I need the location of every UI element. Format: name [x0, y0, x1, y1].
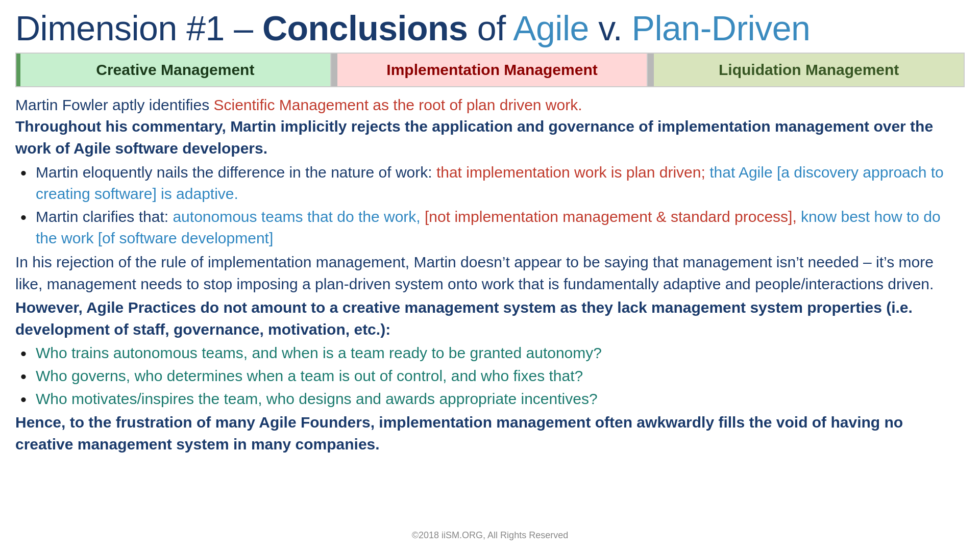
tab-implementation-label: Implementation Management [386, 61, 597, 79]
para1-orange: Scientific Management as the root of pla… [213, 96, 582, 113]
bullet-item-4: Who governs, who determines when a team … [20, 365, 965, 387]
para1-bold: Throughout his commentary, Martin implic… [15, 118, 933, 157]
footer: ©2018 iiSM.ORG, All Rights Reserved [15, 527, 965, 541]
bullet-list-1: Martin eloquently nails the difference i… [15, 162, 965, 249]
tab-creative[interactable]: Creative Management [16, 54, 331, 86]
para3-bold: However, Agile Practices do not amount t… [15, 299, 913, 338]
bullet2-black: Martin clarifies that: [36, 208, 173, 225]
paragraph-3: However, Agile Practices do not amount t… [15, 297, 965, 340]
bullet1-black: Martin eloquently nails the difference i… [36, 164, 436, 181]
title-part1: Dimension #1 – [15, 9, 262, 47]
bullet2-orange: [not implementation management & standar… [425, 208, 801, 225]
page-container: Dimension #1 – Conclusions of Agile v. P… [0, 0, 980, 551]
bullet2-blue1: autonomous teams that do the work, [173, 208, 425, 225]
title-part2: of [468, 9, 513, 47]
paragraph-1: Martin Fowler aptly identifies Scientifi… [15, 94, 965, 160]
tab-implementation[interactable]: Implementation Management [337, 54, 648, 86]
para2-text: In his rejection of the rule of implemen… [15, 254, 934, 292]
bullet-item-1: Martin eloquently nails the difference i… [20, 162, 965, 205]
para4-bold: Hence, to the frustration of many Agile … [15, 414, 903, 453]
bullet-item-2: Martin clarifies that: autonomous teams … [20, 206, 965, 249]
tab-liquidation[interactable]: Liquidation Management [654, 54, 964, 86]
page-title: Dimension #1 – Conclusions of Agile v. P… [15, 9, 965, 47]
bullet-item-3: Who trains autonomous teams, and when is… [20, 342, 965, 364]
title-bold: Conclusions [262, 9, 468, 47]
tab-liquidation-label: Liquidation Management [719, 61, 899, 79]
tab-divider-1 [331, 54, 337, 86]
bullet1-orange: that implementation work is plan driven; [436, 164, 709, 181]
title-blue2: Plan-Driven [632, 9, 811, 47]
bullet-item-5: Who motivates/inspires the team, who des… [20, 388, 965, 410]
tab-divider-2 [648, 54, 654, 86]
paragraph-4: Hence, to the frustration of many Agile … [15, 412, 965, 455]
title-part3: v. [589, 9, 632, 47]
tabs-row: Creative Management Implementation Manag… [15, 53, 965, 87]
tab-creative-label: Creative Management [96, 61, 254, 79]
title-blue1: Agile [513, 9, 589, 47]
bullet4-text: Who governs, who determines when a team … [36, 367, 583, 384]
main-content: Martin Fowler aptly identifies Scientifi… [15, 94, 965, 527]
bullet5-text: Who motivates/inspires the team, who des… [36, 390, 598, 407]
paragraph-2: In his rejection of the rule of implemen… [15, 252, 965, 295]
para1-normal: Martin Fowler aptly identifies [15, 96, 213, 113]
footer-text: ©2018 iiSM.ORG, All Rights Reserved [412, 530, 568, 540]
bullet-list-2: Who trains autonomous teams, and when is… [15, 342, 965, 410]
bullet3-text: Who trains autonomous teams, and when is… [36, 344, 602, 361]
